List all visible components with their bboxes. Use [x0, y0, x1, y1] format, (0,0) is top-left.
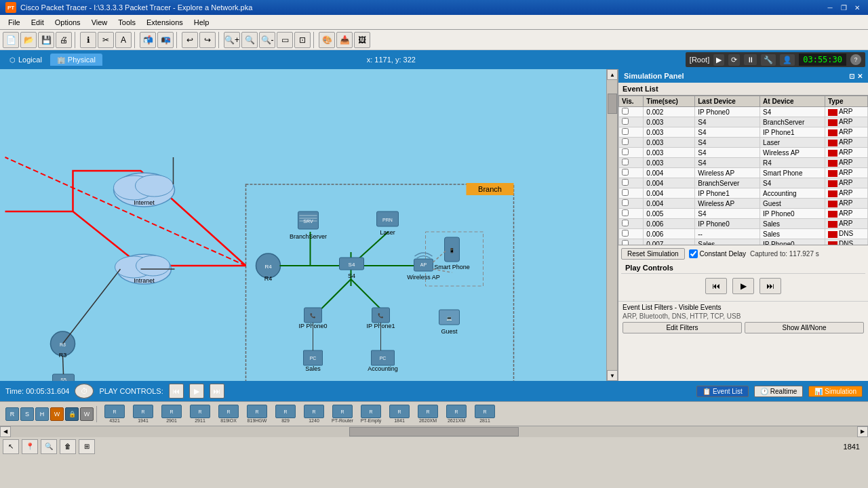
zoom-fit-btn[interactable]: 🔍 — [241, 32, 258, 48]
undo-btn[interactable]: ↩ — [182, 32, 198, 48]
status-select[interactable]: ↖ — [3, 439, 19, 454]
event-row[interactable]: 0.002 IP Phone0 S4 ARP — [619, 107, 868, 117]
event-row[interactable]: 0.006 IP Phone0 Sales ARP — [619, 219, 868, 229]
constant-delay-checkbox[interactable] — [689, 249, 698, 258]
play-back-btn[interactable]: ⏮ — [705, 278, 727, 294]
menu-extensions[interactable]: Extensions — [141, 17, 189, 28]
save-btn[interactable]: 💾 — [38, 32, 54, 48]
reset-sim-btn[interactable]: Reset Simulation — [621, 248, 685, 260]
rect-btn[interactable]: ▭ — [277, 32, 293, 48]
label-btn[interactable]: A — [115, 32, 132, 48]
zoom-in-btn[interactable]: 🔍+ — [224, 32, 240, 48]
play-btn[interactable]: ▶ — [732, 278, 754, 294]
event-row[interactable]: 0.003 S4 R4 ARP — [619, 158, 868, 168]
event-row[interactable]: 0.003 S4 Wireless AP ARP — [619, 148, 868, 158]
palette-btn[interactable]: 🎨 — [319, 32, 335, 48]
bottom-play-btn[interactable]: ▶ — [189, 384, 204, 399]
scroll-down-btn[interactable]: ▼ — [607, 370, 617, 381]
event-last: S4 — [695, 209, 760, 219]
time-icon[interactable]: ⏱ — [75, 384, 94, 399]
show-all-btn[interactable]: Show All/None — [745, 322, 864, 333]
event-row[interactable]: 0.004 Wireless AP Smart Phone ARP — [619, 168, 868, 178]
scroll-right-btn[interactable]: ▶ — [857, 426, 868, 437]
event-row[interactable]: 0.004 BranchServer S4 ARP — [619, 178, 868, 188]
tray-device-item[interactable]: R 2901 — [158, 405, 185, 423]
tray-icon-switch[interactable]: S — [20, 407, 34, 421]
tray-icon-router[interactable]: R — [5, 407, 19, 421]
sim-panel-close[interactable]: ✕ — [857, 73, 863, 80]
new-btn[interactable]: 📄 — [3, 32, 19, 48]
tray-icon-wan[interactable]: W — [80, 407, 94, 421]
tab-logical[interactable]: ⬡ Logical — [3, 54, 49, 66]
tab-physical[interactable]: 🏢 Physical — [50, 54, 102, 66]
close-button[interactable]: ✕ — [852, 3, 863, 12]
menu-file[interactable]: File — [3, 17, 26, 28]
sim-controls-row: Reset Simulation Constant Delay Captured… — [621, 248, 865, 260]
tray-device-item[interactable]: R 829 — [272, 405, 299, 423]
minimize-button[interactable]: ─ — [825, 3, 835, 12]
pdu2-btn[interactable]: 📭 — [157, 32, 174, 48]
status-inspect[interactable]: 🔍 — [41, 439, 57, 454]
status-resize[interactable]: ⊞ — [79, 439, 95, 454]
tray-device-item[interactable]: R 2621XM — [443, 405, 470, 423]
tray-device-item[interactable]: R 819IOX — [215, 405, 242, 423]
help-icon[interactable]: ? — [850, 54, 861, 65]
event-row[interactable]: 0.003 S4 Laser ARP — [619, 138, 868, 148]
menu-tools[interactable]: Tools — [113, 17, 141, 28]
tray-icon-wireless[interactable]: W — [50, 407, 64, 421]
img-btn[interactable]: 🖼 — [354, 32, 370, 48]
move-btn[interactable]: ✂ — [98, 32, 114, 48]
tray-device-item[interactable]: R 2911 — [186, 405, 214, 423]
menu-edit[interactable]: Edit — [26, 17, 50, 28]
tray-device-item[interactable]: R PT-Router — [329, 405, 356, 423]
event-vis — [619, 239, 644, 245]
branchserver-device: BranchServer — [290, 233, 327, 240]
event-row[interactable]: 0.004 Wireless AP Guest ARP — [619, 199, 868, 209]
scroll-left-btn[interactable]: ◀ — [0, 426, 11, 437]
event-last: -- — [695, 229, 760, 239]
menu-options[interactable]: Options — [50, 17, 86, 28]
event-list-mode-btn[interactable]: 📋Event List — [696, 386, 749, 397]
tray-device-item[interactable]: R 819HGW — [243, 405, 271, 423]
play-forward-btn[interactable]: ⏭ — [760, 278, 781, 294]
event-row[interactable]: 0.006 -- Sales DNS — [619, 229, 868, 239]
scroll-up-btn[interactable]: ▲ — [607, 69, 617, 80]
redo-btn[interactable]: ↪ — [199, 32, 216, 48]
tray-icon-hub[interactable]: H — [35, 407, 49, 421]
event-row[interactable]: 0.007 Sales IP Phone0 DNS — [619, 239, 868, 245]
resize-btn[interactable]: ⊡ — [294, 32, 311, 48]
tray-icon-security[interactable]: 🔒 — [65, 407, 79, 421]
bottom-fwd-btn[interactable]: ⏭ — [210, 384, 224, 399]
edit-filters-btn[interactable]: Edit Filters — [623, 322, 742, 333]
bottom-back-btn[interactable]: ⏮ — [169, 384, 184, 399]
restore-button[interactable]: ❐ — [838, 3, 849, 12]
tray-device-item[interactable]: R 2811 — [471, 405, 498, 423]
event-row[interactable]: 0.003 S4 BranchServer ARP — [619, 117, 868, 127]
tray-device-item[interactable]: R 1941 — [130, 405, 157, 423]
print-btn[interactable]: 🖨 — [56, 32, 72, 48]
simulation-mode-btn[interactable]: 📊Simulation — [808, 386, 863, 397]
status-place[interactable]: 📍 — [22, 439, 38, 454]
menu-view[interactable]: View — [86, 17, 113, 28]
event-row[interactable]: 0.005 S4 IP Phone0 ARP — [619, 209, 868, 219]
canvas-vertical-scrollbar[interactable]: ▲ ▼ — [606, 69, 617, 381]
sim-panel-maximize[interactable]: ⊡ — [849, 73, 854, 80]
tray-device-item[interactable]: R PT-Empty — [357, 405, 384, 423]
tray-device-item[interactable]: R 4321 — [101, 405, 128, 423]
zoom-out-btn[interactable]: 🔍- — [259, 32, 275, 48]
event-at: IP Phone0 — [760, 239, 825, 245]
event-row[interactable]: 0.004 IP Phone1 Accounting ARP — [619, 188, 868, 199]
info-btn[interactable]: ℹ — [80, 32, 96, 48]
menu-help[interactable]: Help — [189, 17, 215, 28]
tray-device-item[interactable]: R 1240 — [300, 405, 328, 423]
realtime-mode-btn[interactable]: 🕐Realtime — [754, 386, 803, 397]
status-delete[interactable]: 🗑 — [60, 439, 76, 454]
open-btn[interactable]: 📂 — [20, 32, 37, 48]
save2-btn[interactable]: 📥 — [336, 32, 353, 48]
event-vis — [619, 219, 644, 229]
tray-device-item[interactable]: R 2620XM — [414, 405, 441, 423]
event-row[interactable]: 0.003 S4 IP Phone1 ARP — [619, 127, 868, 138]
scroll-thumb[interactable] — [349, 427, 519, 436]
pdu-btn[interactable]: 📬 — [140, 32, 156, 48]
tray-device-item[interactable]: R 1841 — [386, 405, 413, 423]
